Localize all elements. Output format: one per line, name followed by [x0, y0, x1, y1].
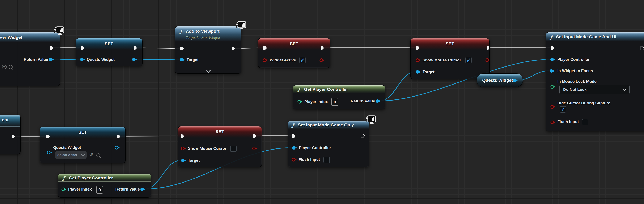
create-widget-node[interactable]: ver WidgetReturn Value+: [0, 32, 60, 86]
input-bool-pin[interactable]: [180, 146, 186, 151]
exec-wire[interactable]: [120, 136, 180, 136]
value-input[interactable]: 0: [96, 186, 103, 194]
add-to-viewport-node[interactable]: ƒAdd to ViewportTarget is User WidgetTar…: [175, 26, 242, 74]
input-bool-pin[interactable]: [262, 57, 268, 63]
input-int-pin[interactable]: [61, 186, 66, 192]
output-exec-pin[interactable]: [10, 134, 16, 139]
pin-label: Quests Widget: [53, 145, 81, 150]
get-player-controller-mid[interactable]: ƒGet Player ControllerPlayer IndexReturn…: [293, 85, 385, 109]
use-selected-asset-icon[interactable]: +: [2, 65, 6, 69]
node-title: ent: [2, 117, 8, 122]
output-exec-pin[interactable]: [252, 133, 258, 139]
output-exec-pin[interactable]: [49, 45, 54, 51]
pin-label: Player Index: [68, 187, 92, 191]
input-exec-pin[interactable]: [45, 134, 51, 139]
quests-widget-getter[interactable]: Quests Widget: [477, 73, 523, 87]
pin-label: Return Value: [351, 99, 375, 104]
node-title: SET: [446, 41, 454, 46]
reset-asset-icon[interactable]: ↺: [89, 153, 93, 157]
output-exec-pin[interactable]: [132, 45, 138, 51]
node-title: Set Input Mode Game Only: [298, 122, 354, 128]
node-title: SET: [216, 129, 224, 134]
input-obj-pin[interactable]: [46, 150, 52, 155]
input-enum-pin[interactable]: [550, 84, 556, 89]
pin-label: Target: [188, 158, 200, 163]
pin-label: In Widget to Focus: [557, 69, 593, 73]
output-obj-pin[interactable]: [512, 78, 518, 83]
checkbox-unchecked[interactable]: [582, 119, 588, 125]
output-bool-pin[interactable]: [252, 146, 257, 151]
output-exec-pin[interactable]: [640, 45, 644, 51]
input-exec-pin[interactable]: [291, 133, 296, 139]
advanced-pins-expander-icon[interactable]: [206, 68, 211, 73]
input-obj-pin[interactable]: [80, 57, 85, 62]
value-input[interactable]: 0: [331, 98, 338, 106]
set-input-mode-game-and-ui[interactable]: ƒSet Input Mode Game And UIIn Mouse Lock…: [546, 32, 644, 131]
pin-label: Return Value: [116, 187, 140, 191]
output-exec-pin[interactable]: [360, 133, 366, 139]
output-exec-pin[interactable]: [486, 45, 490, 51]
output-exec-pin[interactable]: [116, 134, 121, 139]
set-show-mouse-cursor-bottom[interactable]: SETShow Mouse CursorTarget: [178, 126, 262, 167]
input-obj-pin[interactable]: [550, 57, 555, 62]
set-input-mode-game-only[interactable]: ƒSet Input Mode Game OnlyPlayer Controll…: [288, 121, 369, 167]
function-icon: ƒ: [180, 29, 182, 34]
set-quests-widget-1[interactable]: SETQuests Widget: [76, 38, 142, 66]
function-icon: ƒ: [298, 87, 300, 92]
checkbox-checked[interactable]: ✓: [465, 57, 472, 63]
input-bool-pin[interactable]: [550, 104, 556, 110]
input-bool-pin[interactable]: [550, 120, 556, 125]
node-title: Set Input Mode Game And UI: [556, 34, 616, 39]
output-exec-pin[interactable]: [320, 45, 325, 51]
get-player-controller-bottom[interactable]: ƒGet Player ControllerPlayer IndexReturn…: [58, 173, 151, 198]
node-title: Quests Widget: [482, 78, 513, 83]
blueprint-graph-canvas[interactable]: ver WidgetReturn Value+SETQuests Widgetƒ…: [0, 0, 644, 204]
output-exec-pin[interactable]: [231, 46, 236, 51]
input-exec-pin[interactable]: [180, 134, 185, 139]
output-obj-pin[interactable]: [48, 57, 54, 62]
input-exec-pin[interactable]: [80, 45, 85, 51]
output-obj-pin[interactable]: [132, 57, 137, 62]
node-title: ver Widget: [0, 35, 22, 40]
pin-label: Show Mouse Cursor: [188, 146, 226, 151]
input-exec-pin[interactable]: [550, 45, 556, 51]
input-obj-pin[interactable]: [292, 145, 297, 151]
input-int-pin[interactable]: [297, 99, 302, 105]
set-show-mouse-cursor-top[interactable]: SETShow Mouse CursorTarget✓: [410, 38, 490, 79]
dropdown-value: Do Not Lock: [563, 87, 587, 92]
input-bool-pin[interactable]: [291, 157, 296, 162]
node-title: Add to Viewport: [186, 29, 220, 34]
output-bool-pin[interactable]: [319, 57, 324, 63]
input-exec-pin[interactable]: [415, 45, 421, 51]
pin-label: Quests Widget: [87, 57, 114, 62]
checkbox-unchecked[interactable]: [230, 146, 236, 152]
input-exec-pin[interactable]: [179, 46, 185, 51]
input-exec-pin[interactable]: [262, 45, 268, 51]
checkbox-checked[interactable]: ✓: [299, 57, 306, 63]
set-quests-widget-2[interactable]: SETQuests WidgetSelect Asset↺: [40, 127, 126, 163]
node-title: Get Player Controller: [304, 87, 348, 92]
node-title: Get Player Controller: [69, 175, 113, 180]
output-obj-pin[interactable]: [114, 145, 120, 150]
browse-asset-icon[interactable]: [96, 153, 100, 157]
output-obj-pin[interactable]: [140, 186, 145, 192]
event-node[interactable]: ent: [0, 115, 20, 154]
development-only-monitor-icon: [53, 27, 65, 37]
browse-asset-icon[interactable]: [8, 65, 12, 69]
input-obj-pin[interactable]: [180, 158, 186, 163]
input-bool-pin[interactable]: [415, 57, 421, 63]
pin-label: In Mouse Lock Mode: [557, 79, 596, 84]
input-obj-pin[interactable]: [179, 57, 185, 62]
mouse-lock-mode-dropdown[interactable]: Do Not Lock: [560, 85, 630, 94]
output-bool-pin[interactable]: [485, 57, 490, 63]
set-widget-active[interactable]: SETWidget Active✓: [258, 38, 330, 68]
pin-label: Target: [186, 57, 198, 62]
input-obj-pin[interactable]: [415, 69, 421, 75]
output-obj-pin[interactable]: [375, 98, 380, 104]
checkbox-checked[interactable]: ✓: [560, 106, 566, 113]
pin-label: Player Index: [304, 99, 328, 104]
checkbox-unchecked[interactable]: [324, 157, 330, 163]
select-asset-dropdown[interactable]: Select Asset: [55, 151, 87, 159]
input-obj-pin[interactable]: [549, 68, 554, 74]
pin-label: Widget Active: [270, 58, 296, 62]
